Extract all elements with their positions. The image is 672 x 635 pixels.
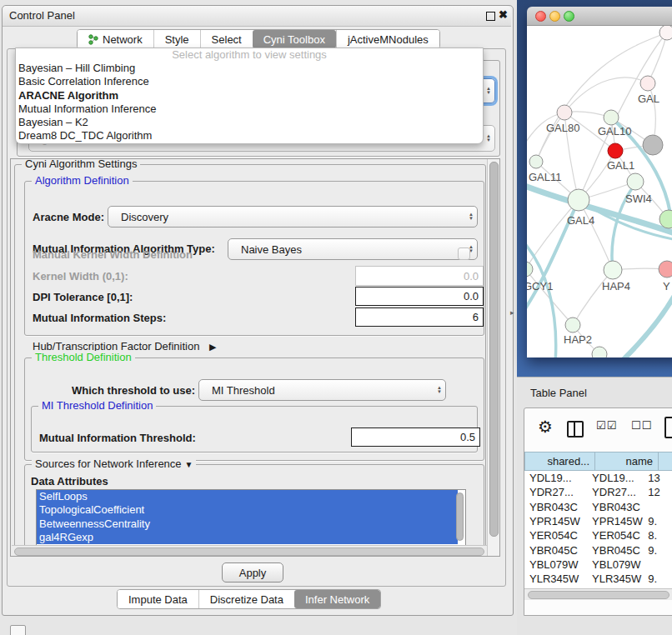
network-node[interactable]	[659, 26, 672, 40]
columns-icon[interactable]	[567, 421, 584, 438]
network-node-gal4[interactable]	[568, 189, 589, 211]
table-hscrollbar[interactable]	[524, 588, 672, 600]
combo-stepper-icon	[483, 87, 494, 95]
minimize-traffic-button[interactable]	[549, 11, 560, 22]
table-row[interactable]: YDR27...YDR27...12	[524, 485, 672, 499]
attribute-list-item[interactable]: TopologicalCoefficient	[37, 503, 458, 517]
network-edge[interactable]	[564, 78, 648, 112]
network-node-gcy1[interactable]	[527, 262, 533, 277]
tab-cyni-toolbox[interactable]: Cyni Toolbox	[253, 30, 336, 48]
table-row[interactable]: YLR345WYLR345W9.	[524, 572, 672, 586]
tab-discretize-data[interactable]: Discretize Data	[198, 590, 294, 608]
aracne-mode-value: Discovery	[108, 211, 465, 223]
data-attributes-list[interactable]: SelfLoopsTopologicalCoefficientBetweenne…	[36, 489, 466, 546]
dpi-tolerance-input[interactable]: 0.0	[355, 287, 484, 306]
gear-icon[interactable]: ⚙	[538, 417, 553, 437]
tab-style[interactable]: Style	[153, 30, 200, 48]
network-node-swi4[interactable]	[627, 173, 644, 190]
network-edge[interactable]	[573, 270, 613, 325]
settings-vscroll-thumb[interactable]	[489, 162, 499, 537]
table-row[interactable]: YDL19...YDL19...13	[524, 471, 672, 485]
network-node[interactable]	[643, 135, 663, 155]
aracne-mode-combo[interactable]: Discovery	[108, 206, 478, 228]
table-panel-title: Table Panel	[530, 387, 587, 399]
table-row[interactable]: YPR145WYPR145W9.	[524, 514, 672, 528]
kernel-width-input[interactable]: 0.0	[355, 266, 484, 286]
network-node-gal1[interactable]	[608, 143, 623, 158]
node-label: GAL	[638, 92, 659, 105]
dropdown-item[interactable]: Basic Correlation Inference	[16, 75, 483, 88]
algorithm-definition-title: Algorithm Definition	[32, 174, 133, 187]
network-node-y[interactable]	[659, 261, 672, 278]
network-canvas[interactable]: GALGAL80GAL10GAL1GAL11SWI4GAL4GCY1HAP4YH…	[527, 26, 672, 358]
attribute-list-item[interactable]: SelfLoops	[37, 490, 458, 503]
table-cell: YDL19...	[524, 472, 587, 484]
mi-steps-input[interactable]: 6	[355, 308, 484, 327]
combo-stepper-icon	[483, 134, 494, 142]
table-cell: YER054C	[587, 529, 643, 542]
settings-hscrollbar[interactable]	[12, 545, 487, 556]
tab-impute-data[interactable]: Impute Data	[118, 590, 198, 608]
network-node-hap2[interactable]	[565, 318, 580, 332]
mi-type-combo[interactable]: Naive Bayes	[228, 238, 478, 260]
manual-kernel-checkbox[interactable]	[458, 248, 470, 260]
tab-label: Impute Data	[128, 593, 188, 606]
table-row[interactable]: YBL079WYBL079W	[524, 558, 672, 572]
collapse-down-icon[interactable]: ▼	[185, 460, 193, 469]
dropdown-item[interactable]: ARACNE Algorithm	[16, 89, 483, 102]
which-threshold-combo[interactable]: MI Threshold	[198, 379, 446, 401]
apply-button[interactable]: Apply	[222, 562, 283, 582]
network-edge[interactable]	[536, 112, 564, 162]
network-node-gal11[interactable]	[529, 155, 543, 168]
network-node-hap4[interactable]	[604, 261, 622, 279]
network-node[interactable]	[592, 347, 607, 358]
network-node-gal[interactable]	[640, 76, 655, 91]
table-panel-body: ⚙ ☑☑ ☐☐ shared...name YDL19...YDL19...13…	[524, 408, 672, 616]
expand-right-icon[interactable]: ▶	[209, 342, 216, 352]
tab-label: Style	[165, 33, 189, 46]
dropdown-item[interactable]: Dream8 DC_TDC Algorithm	[16, 129, 483, 142]
network-node-gal10[interactable]	[604, 110, 619, 125]
which-threshold-label: Which threshold to use:	[72, 384, 195, 397]
settings-hscroll-thumb[interactable]	[14, 548, 484, 556]
table-cell: YBR045C	[587, 544, 643, 557]
settings-vscrollbar[interactable]	[487, 159, 499, 556]
table-hscroll-thumb[interactable]	[528, 591, 669, 599]
table-cell: 12	[643, 486, 672, 498]
table-column-header[interactable]	[659, 452, 672, 471]
node-label: GAL11	[529, 171, 562, 183]
select-all-checkboxes-icon[interactable]: ☑☑	[596, 419, 617, 432]
attribute-list-item[interactable]: BetweennessCentrality	[37, 518, 458, 531]
tab-infer-network[interactable]: Infer Network	[294, 590, 380, 608]
list-scrollbar-thumb[interactable]	[456, 492, 464, 541]
clear-checkboxes-icon[interactable]: ☐☐	[631, 419, 652, 432]
function-builder-icon[interactable]	[664, 417, 672, 438]
zoom-traffic-button[interactable]	[564, 11, 574, 22]
network-edge[interactable]	[648, 32, 667, 83]
close-icon[interactable]: ✖	[499, 8, 508, 21]
table-row[interactable]: YIL053CYIL053C9	[524, 586, 672, 588]
control-panel-titlebar: Control Panel ✖	[3, 6, 511, 27]
network-node-gal80[interactable]	[557, 105, 572, 120]
table-row[interactable]: YBR045CYBR045C9.	[524, 542, 672, 557]
network-window-titlebar	[527, 7, 672, 26]
float-window-icon[interactable]	[486, 12, 495, 21]
mi-threshold-input[interactable]: 0.5	[351, 428, 480, 447]
table-row[interactable]: YER054CYER054C8.	[524, 528, 672, 542]
network-node[interactable]	[659, 210, 672, 228]
tab-select[interactable]: Select	[200, 30, 253, 48]
network-edge[interactable]	[579, 32, 667, 200]
table-column-header[interactable]: name	[595, 452, 659, 471]
dropdown-item[interactable]: Mutual Information Inference	[16, 102, 483, 116]
dropdown-item[interactable]: Bayesian – Hill Climbing	[16, 62, 483, 75]
dropdown-item[interactable]: Bayesian – K2	[16, 116, 483, 129]
tab-network[interactable]: Network	[78, 30, 153, 48]
table-row[interactable]: YBR043CYBR043C	[524, 500, 672, 514]
attribute-list-item[interactable]: gal4RGexp	[37, 531, 458, 544]
close-traffic-button[interactable]	[535, 11, 546, 22]
table-cell: YLR345W	[524, 572, 587, 585]
tab-jactivemnodules[interactable]: jActiveMNodules	[336, 30, 439, 48]
table-column-header[interactable]: shared...	[524, 452, 595, 471]
table-cell: YPR145W	[524, 515, 587, 528]
minimized-panel-icon[interactable]	[10, 625, 26, 635]
